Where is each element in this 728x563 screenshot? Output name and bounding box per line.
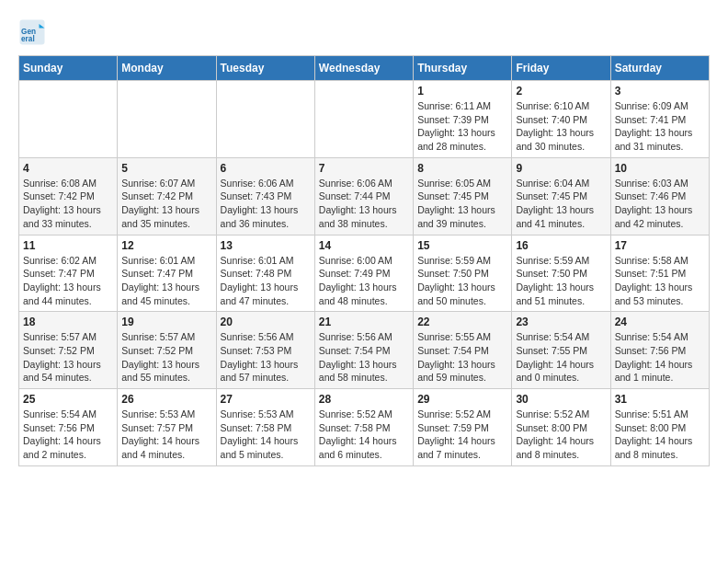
day-number: 6 xyxy=(221,162,311,175)
day-info: Sunrise: 5:54 AM Sunset: 7:56 PM Dayligh… xyxy=(615,330,705,385)
day-info: Sunrise: 6:00 AM Sunset: 7:49 PM Dayligh… xyxy=(319,254,409,308)
calendar-cell: 19Sunrise: 5:57 AM Sunset: 7:52 PM Dayli… xyxy=(118,312,216,389)
day-info: Sunrise: 6:11 AM Sunset: 7:39 PM Dayligh… xyxy=(417,99,507,154)
calendar-cell: 24Sunrise: 5:54 AM Sunset: 7:56 PM Dayli… xyxy=(610,312,709,389)
calendar-cell: 3Sunrise: 6:09 AM Sunset: 7:41 PM Daylig… xyxy=(610,81,709,158)
calendar-cell: 31Sunrise: 5:51 AM Sunset: 8:00 PM Dayli… xyxy=(610,389,709,466)
day-number: 11 xyxy=(23,239,113,252)
calendar-table: SundayMondayTuesdayWednesdayThursdayFrid… xyxy=(18,55,710,466)
day-number: 22 xyxy=(417,316,507,328)
day-info: Sunrise: 5:56 AM Sunset: 7:54 PM Dayligh… xyxy=(319,330,409,385)
day-info: Sunrise: 5:56 AM Sunset: 7:53 PM Dayligh… xyxy=(221,330,311,385)
day-number: 9 xyxy=(516,162,606,175)
day-info: Sunrise: 6:01 AM Sunset: 7:47 PM Dayligh… xyxy=(121,254,211,308)
day-number: 19 xyxy=(121,316,211,328)
day-number: 25 xyxy=(23,393,113,406)
calendar-cell: 20Sunrise: 5:56 AM Sunset: 7:53 PM Dayli… xyxy=(216,312,314,389)
day-info: Sunrise: 5:51 AM Sunset: 8:00 PM Dayligh… xyxy=(615,408,705,462)
calendar-cell: 11Sunrise: 6:02 AM Sunset: 7:47 PM Dayli… xyxy=(19,235,118,312)
day-info: Sunrise: 5:53 AM Sunset: 7:58 PM Dayligh… xyxy=(221,408,311,462)
calendar-cell: 8Sunrise: 6:05 AM Sunset: 7:45 PM Daylig… xyxy=(414,157,512,235)
day-info: Sunrise: 5:58 AM Sunset: 7:51 PM Dayligh… xyxy=(615,254,705,308)
day-info: Sunrise: 6:06 AM Sunset: 7:44 PM Dayligh… xyxy=(319,177,409,231)
calendar-cell: 10Sunrise: 6:03 AM Sunset: 7:46 PM Dayli… xyxy=(610,157,709,235)
day-info: Sunrise: 6:04 AM Sunset: 7:45 PM Dayligh… xyxy=(516,177,606,231)
day-number: 21 xyxy=(319,316,409,328)
calendar-cell: 2Sunrise: 6:10 AM Sunset: 7:40 PM Daylig… xyxy=(512,81,610,158)
day-info: Sunrise: 5:52 AM Sunset: 8:00 PM Dayligh… xyxy=(516,408,606,462)
day-number: 10 xyxy=(615,162,705,175)
day-header-sunday: Sunday xyxy=(19,56,118,81)
calendar-cell: 26Sunrise: 5:53 AM Sunset: 7:57 PM Dayli… xyxy=(118,389,216,466)
day-number: 12 xyxy=(121,239,211,252)
calendar-cell: 12Sunrise: 6:01 AM Sunset: 7:47 PM Dayli… xyxy=(118,235,216,312)
day-info: Sunrise: 6:03 AM Sunset: 7:46 PM Dayligh… xyxy=(615,177,705,231)
calendar-cell xyxy=(19,81,118,158)
day-number: 20 xyxy=(221,316,311,328)
day-number: 3 xyxy=(615,85,705,98)
day-info: Sunrise: 5:54 AM Sunset: 7:55 PM Dayligh… xyxy=(516,330,606,385)
day-info: Sunrise: 5:54 AM Sunset: 7:56 PM Dayligh… xyxy=(23,408,113,462)
day-number: 1 xyxy=(417,85,507,98)
day-info: Sunrise: 5:52 AM Sunset: 7:58 PM Dayligh… xyxy=(319,408,409,462)
day-header-friday: Friday xyxy=(512,56,610,81)
calendar-cell: 17Sunrise: 5:58 AM Sunset: 7:51 PM Dayli… xyxy=(610,235,709,312)
day-number: 13 xyxy=(221,239,311,252)
calendar-cell: 27Sunrise: 5:53 AM Sunset: 7:58 PM Dayli… xyxy=(216,389,314,466)
day-info: Sunrise: 6:08 AM Sunset: 7:42 PM Dayligh… xyxy=(23,177,113,231)
calendar-cell xyxy=(118,81,216,158)
day-header-saturday: Saturday xyxy=(610,56,709,81)
day-info: Sunrise: 6:06 AM Sunset: 7:43 PM Dayligh… xyxy=(221,177,311,231)
day-info: Sunrise: 5:59 AM Sunset: 7:50 PM Dayligh… xyxy=(417,254,507,308)
header: Gen eral xyxy=(18,18,710,46)
calendar-cell: 23Sunrise: 5:54 AM Sunset: 7:55 PM Dayli… xyxy=(512,312,610,389)
svg-text:eral: eral xyxy=(21,35,35,43)
day-number: 26 xyxy=(121,393,211,406)
calendar-cell: 1Sunrise: 6:11 AM Sunset: 7:39 PM Daylig… xyxy=(414,81,512,158)
calendar-cell: 29Sunrise: 5:52 AM Sunset: 7:59 PM Dayli… xyxy=(414,389,512,466)
day-number: 7 xyxy=(319,162,409,175)
calendar-cell: 28Sunrise: 5:52 AM Sunset: 7:58 PM Dayli… xyxy=(314,389,413,466)
calendar-cell: 5Sunrise: 6:07 AM Sunset: 7:42 PM Daylig… xyxy=(118,157,216,235)
calendar-cell: 25Sunrise: 5:54 AM Sunset: 7:56 PM Dayli… xyxy=(19,389,118,466)
calendar-cell: 21Sunrise: 5:56 AM Sunset: 7:54 PM Dayli… xyxy=(314,312,413,389)
day-number: 5 xyxy=(121,162,211,175)
day-info: Sunrise: 5:53 AM Sunset: 7:57 PM Dayligh… xyxy=(121,408,211,462)
calendar-cell: 14Sunrise: 6:00 AM Sunset: 7:49 PM Dayli… xyxy=(314,235,413,312)
calendar-cell: 9Sunrise: 6:04 AM Sunset: 7:45 PM Daylig… xyxy=(512,157,610,235)
day-number: 14 xyxy=(319,239,409,252)
day-info: Sunrise: 5:52 AM Sunset: 7:59 PM Dayligh… xyxy=(417,408,507,462)
calendar-cell: 15Sunrise: 5:59 AM Sunset: 7:50 PM Dayli… xyxy=(414,235,512,312)
calendar-cell: 18Sunrise: 5:57 AM Sunset: 7:52 PM Dayli… xyxy=(19,312,118,389)
day-header-monday: Monday xyxy=(118,56,216,81)
day-info: Sunrise: 5:55 AM Sunset: 7:54 PM Dayligh… xyxy=(417,330,507,385)
day-number: 8 xyxy=(417,162,507,175)
day-number: 15 xyxy=(417,239,507,252)
day-number: 27 xyxy=(221,393,311,406)
calendar-cell: 6Sunrise: 6:06 AM Sunset: 7:43 PM Daylig… xyxy=(216,157,314,235)
day-number: 18 xyxy=(23,316,113,328)
day-number: 16 xyxy=(516,239,606,252)
logo-icon: Gen eral xyxy=(18,18,46,46)
day-info: Sunrise: 5:59 AM Sunset: 7:50 PM Dayligh… xyxy=(516,254,606,308)
day-header-wednesday: Wednesday xyxy=(314,56,413,81)
calendar-cell xyxy=(216,81,314,158)
day-info: Sunrise: 6:02 AM Sunset: 7:47 PM Dayligh… xyxy=(23,254,113,308)
day-info: Sunrise: 5:57 AM Sunset: 7:52 PM Dayligh… xyxy=(121,330,211,385)
calendar-cell: 7Sunrise: 6:06 AM Sunset: 7:44 PM Daylig… xyxy=(314,157,413,235)
day-info: Sunrise: 6:07 AM Sunset: 7:42 PM Dayligh… xyxy=(121,177,211,231)
day-info: Sunrise: 6:10 AM Sunset: 7:40 PM Dayligh… xyxy=(516,99,606,154)
day-number: 30 xyxy=(516,393,606,406)
calendar-cell: 30Sunrise: 5:52 AM Sunset: 8:00 PM Dayli… xyxy=(512,389,610,466)
day-number: 2 xyxy=(516,85,606,98)
day-number: 29 xyxy=(417,393,507,406)
day-number: 24 xyxy=(615,316,705,328)
day-header-tuesday: Tuesday xyxy=(216,56,314,81)
day-info: Sunrise: 6:09 AM Sunset: 7:41 PM Dayligh… xyxy=(615,99,705,154)
day-number: 31 xyxy=(615,393,705,406)
calendar-cell xyxy=(314,81,413,158)
day-number: 4 xyxy=(23,162,113,175)
day-info: Sunrise: 6:01 AM Sunset: 7:48 PM Dayligh… xyxy=(221,254,311,308)
logo: Gen eral xyxy=(18,18,50,46)
day-header-thursday: Thursday xyxy=(414,56,512,81)
